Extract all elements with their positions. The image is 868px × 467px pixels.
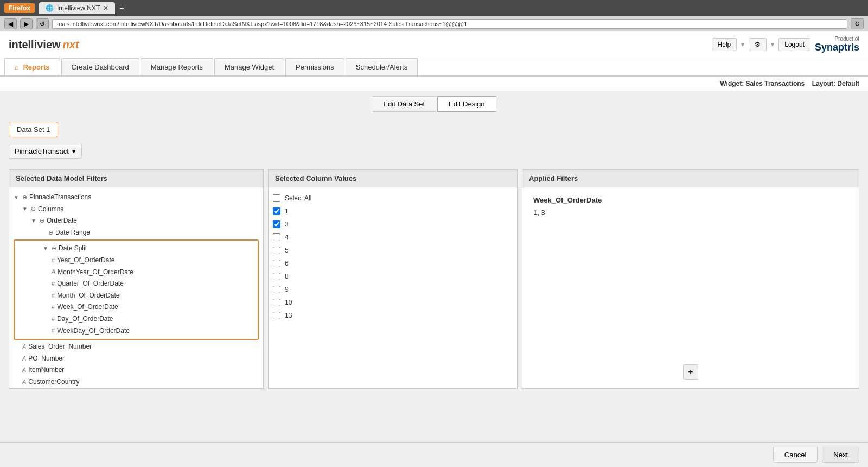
orderdate-expand-icon[interactable]: ▼ xyxy=(31,216,37,226)
tree-month-year-label[interactable]: MonthYear_Of_OrderDate xyxy=(58,267,133,279)
value-10-checkbox[interactable] xyxy=(273,299,280,306)
browser-toolbar: ◀ ▶ ↺ ↻ xyxy=(0,16,868,31)
value-item-8[interactable]: 8 xyxy=(273,270,513,283)
edit-design-button[interactable]: Edit Design xyxy=(437,96,496,112)
tree-week[interactable]: # Week_Of_OrderDate xyxy=(17,301,256,313)
tree-date-range-label[interactable]: Date Range xyxy=(55,227,90,239)
tree-sales-order-label[interactable]: Sales_Order_Number xyxy=(28,341,92,353)
datasource-label: PinnacleTransact xyxy=(15,147,69,155)
tree-orderdate[interactable]: ▼ ⊖ OrderDate xyxy=(14,215,259,227)
value-3-checkbox[interactable] xyxy=(273,220,280,228)
tree-root[interactable]: ▼ ⊖ PinnacleTransactions xyxy=(14,192,259,204)
reload-button[interactable]: ↺ xyxy=(36,18,49,29)
right-panel-header: Applied Filters xyxy=(522,170,859,187)
tab-create-dashboard-label: Create Dashboard xyxy=(72,63,129,71)
tab-reports[interactable]: ⌂ Reports xyxy=(4,58,60,75)
value-item-3[interactable]: 3 xyxy=(273,218,513,231)
value-item-9[interactable]: 9 xyxy=(273,283,513,296)
week-hash-icon: # xyxy=(52,302,55,313)
tree-po-number[interactable]: A PO_Number xyxy=(14,353,259,365)
value-item-1[interactable]: 1 xyxy=(273,205,513,218)
tree-orderdate-label[interactable]: OrderDate xyxy=(47,215,77,227)
tab-manage-widget[interactable]: Manage Widget xyxy=(214,58,284,75)
settings-button[interactable]: ⚙ xyxy=(749,38,767,51)
tree-weekday[interactable]: # WeekDay_Of_OrderDate xyxy=(17,325,256,337)
value-item-4[interactable]: 4 xyxy=(273,231,513,244)
tree-customer-name[interactable]: A CustomerName xyxy=(14,388,259,389)
logout-button[interactable]: Logout xyxy=(778,38,810,51)
value-8-checkbox[interactable] xyxy=(273,273,280,280)
tab-permissions[interactable]: Permissions xyxy=(285,58,344,75)
firefox-button[interactable]: Firefox xyxy=(4,3,35,13)
product-of-label: Product of xyxy=(815,36,859,42)
tree-date-split[interactable]: ▼ ⊖ Date Split xyxy=(17,243,256,255)
value-item-10[interactable]: 10 xyxy=(273,296,513,309)
tree-weekday-label[interactable]: WeekDay_Of_OrderDate xyxy=(57,325,130,337)
tree-customer-name-label[interactable]: CustomerName xyxy=(28,388,74,389)
synaptris-brand: Product of Synaptris xyxy=(815,36,859,53)
address-bar[interactable] xyxy=(52,19,847,29)
tree-year[interactable]: # Year_Of_OrderDate xyxy=(17,255,256,267)
value-item-6[interactable]: 6 xyxy=(273,257,513,270)
month-hash-icon: # xyxy=(52,291,55,301)
datasource-dropdown[interactable]: PinnacleTransact ▾ xyxy=(9,144,82,159)
value-4-label: 4 xyxy=(285,231,289,244)
forward-button[interactable]: ▶ xyxy=(20,18,33,29)
tree-month-year[interactable]: A MonthYear_Of_OrderDate xyxy=(17,267,256,279)
value-13-checkbox[interactable] xyxy=(273,312,280,319)
date-split-expand-icon[interactable]: ▼ xyxy=(43,244,49,254)
tree-item-number-label[interactable]: ItemNumber xyxy=(28,364,64,376)
add-button-container: + xyxy=(527,360,854,384)
dataset-tab[interactable]: Data Set 1 xyxy=(9,122,58,137)
tree-year-label[interactable]: Year_Of_OrderDate xyxy=(57,255,114,267)
tree-root-label[interactable]: PinnacleTransactions xyxy=(29,192,91,204)
logo-nxt: nxt xyxy=(63,39,79,51)
tree-quarter[interactable]: # Quarter_Of_OrderDate xyxy=(17,278,256,290)
tree-quarter-label[interactable]: Quarter_Of_OrderDate xyxy=(57,278,124,290)
refresh-icon[interactable]: ↻ xyxy=(851,18,864,29)
value-6-checkbox[interactable] xyxy=(273,260,280,267)
value-10-label: 10 xyxy=(285,296,292,309)
add-filter-button[interactable]: + xyxy=(683,364,698,380)
tree-customer-country-label[interactable]: CustomerCountry xyxy=(28,376,79,388)
tree-day-label[interactable]: Day_Of_OrderDate xyxy=(57,313,113,325)
new-tab-icon[interactable]: + xyxy=(119,4,124,12)
root-expand-icon[interactable]: ▼ xyxy=(14,193,20,203)
tab-create-dashboard[interactable]: Create Dashboard xyxy=(61,58,139,75)
tree-month[interactable]: # Month_Of_OrderDate xyxy=(17,290,256,302)
value-1-checkbox[interactable] xyxy=(273,207,280,215)
tree-po-label[interactable]: PO_Number xyxy=(28,353,65,365)
left-panel-header: Selected Data Model Filters xyxy=(9,170,263,187)
tree-columns-label[interactable]: Columns xyxy=(38,204,63,216)
value-1-label: 1 xyxy=(285,205,289,218)
value-item-5[interactable]: 5 xyxy=(273,244,513,257)
widget-info: Widget: Sales Transactions Layout: Defau… xyxy=(0,77,868,91)
tab-manage-reports[interactable]: Manage Reports xyxy=(141,58,213,75)
value-5-checkbox[interactable] xyxy=(273,247,280,254)
value-9-checkbox[interactable] xyxy=(273,286,280,293)
value-item-13[interactable]: 13 xyxy=(273,309,513,322)
tree-sales-order[interactable]: A Sales_Order_Number xyxy=(14,341,259,353)
tree-columns[interactable]: ▼ ⊖ Columns xyxy=(14,204,259,216)
left-panel: Selected Data Model Filters ▼ ⊖ Pinnacle… xyxy=(9,169,264,389)
data-model-tree: ▼ ⊖ PinnacleTransactions ▼ ⊖ Columns ▼ ⊖… xyxy=(14,192,259,388)
help-button[interactable]: Help xyxy=(712,38,737,51)
select-all-checkbox[interactable] xyxy=(273,194,280,202)
back-button[interactable]: ◀ xyxy=(4,18,17,29)
tree-day[interactable]: # Day_Of_OrderDate xyxy=(17,313,256,325)
tree-week-label[interactable]: Week_Of_OrderDate xyxy=(57,301,118,313)
po-text-icon: A xyxy=(22,354,26,364)
tab-close-icon[interactable]: ✕ xyxy=(103,4,108,12)
value-4-checkbox[interactable] xyxy=(273,234,280,241)
tree-date-split-label[interactable]: Date Split xyxy=(59,243,87,255)
tree-item-number[interactable]: A ItemNumber xyxy=(14,364,259,376)
tree-month-label[interactable]: Month_Of_OrderDate xyxy=(57,290,119,302)
columns-expand-icon[interactable]: ▼ xyxy=(22,204,29,214)
select-all-item[interactable]: Select All xyxy=(273,192,513,205)
browser-tab[interactable]: 🌐 Intelliview NXT ✕ xyxy=(39,2,115,14)
edit-data-set-button[interactable]: Edit Data Set xyxy=(372,96,436,112)
tree-customer-country[interactable]: A CustomerCountry xyxy=(14,376,259,388)
tab-scheduler-alerts-label: Scheduler/Alerts xyxy=(356,63,407,71)
tree-date-range[interactable]: ⊖ Date Range xyxy=(14,227,259,239)
tab-scheduler-alerts[interactable]: Scheduler/Alerts xyxy=(346,58,418,75)
